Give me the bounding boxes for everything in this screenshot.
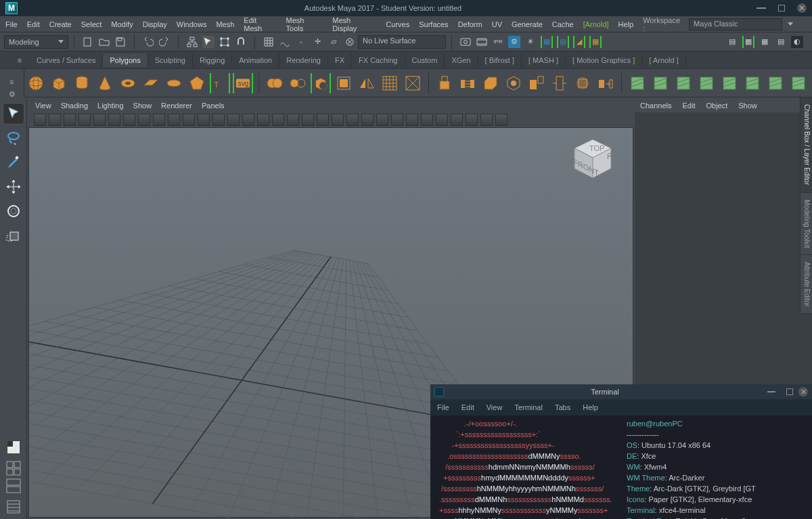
panel-lights-icon[interactable] [302, 114, 314, 126]
workspace-caret-icon[interactable] [788, 22, 793, 26]
panel-isolate-icon[interactable] [436, 114, 448, 126]
shelf-tab-sculpting[interactable]: Sculpting [148, 53, 193, 67]
menu-cache[interactable]: Cache [552, 20, 574, 28]
panel-menu-renderer[interactable]: Renderer [161, 101, 192, 110]
menu-edit[interactable]: Edit [27, 20, 40, 28]
panel-grid-icon[interactable] [153, 114, 165, 126]
terminal-titlebar[interactable]: Terminal ✕ [430, 384, 812, 399]
poly-platonic[interactable] [187, 73, 207, 93]
outliner-toggle-icon[interactable] [3, 496, 24, 518]
live-surface-field[interactable]: No Live Surface [358, 35, 446, 49]
panel-select-camera-icon[interactable] [34, 114, 46, 126]
outliner-icon[interactable]: ▤ [726, 36, 738, 48]
panel-film-gate-icon[interactable] [168, 114, 180, 126]
panel-res-gate-icon[interactable] [183, 114, 195, 126]
panel-dof-icon[interactable] [376, 114, 388, 126]
poly-cube[interactable] [49, 73, 69, 93]
collapse[interactable] [549, 73, 570, 93]
panel-xray-icon[interactable] [391, 114, 403, 126]
select-tool[interactable] [3, 103, 24, 125]
shelf-tab-fx-caching[interactable]: FX Caching [352, 53, 405, 67]
term-menu-view[interactable]: View [487, 403, 503, 411]
snap-grid-icon[interactable] [263, 36, 275, 48]
poly-type[interactable]: T [210, 73, 230, 93]
boolean[interactable] [311, 73, 331, 93]
panel-shadows-icon[interactable] [317, 114, 329, 126]
term-menu-help[interactable]: Help [583, 403, 598, 411]
smooth-proxy[interactable] [572, 73, 593, 93]
bevel[interactable] [480, 73, 501, 93]
new-scene-icon[interactable] [82, 36, 94, 48]
chan-object[interactable]: Object [706, 101, 727, 110]
poly-cone[interactable] [95, 73, 115, 93]
shelf-tab-fx[interactable]: FX [328, 53, 352, 67]
panel-anti-alias-icon[interactable] [361, 114, 374, 126]
insert-edgeloop[interactable] [696, 73, 717, 93]
multicut[interactable] [627, 73, 648, 93]
snap-icon[interactable] [235, 36, 247, 48]
panel-safe-title-icon[interactable] [242, 114, 254, 126]
term-menu-terminal[interactable]: Terminal [514, 403, 543, 411]
redo-icon[interactable] [158, 36, 171, 48]
render-frame-icon[interactable] [476, 36, 488, 48]
poly-svg[interactable]: svg [233, 73, 253, 93]
shelf-tab-motion-graphics[interactable]: Motion Graphics [566, 53, 642, 67]
undo-icon[interactable] [142, 36, 154, 48]
menu-surfaces[interactable]: Surfaces [419, 20, 448, 28]
menu-curves[interactable]: Curves [386, 20, 409, 28]
panel-view-transform-icon[interactable] [495, 114, 508, 126]
connect[interactable] [673, 73, 694, 93]
menu-select[interactable]: Select [81, 20, 102, 28]
hypershade-icon[interactable]: ▦ [541, 36, 553, 48]
bridge[interactable] [457, 73, 478, 93]
append[interactable] [526, 73, 547, 93]
panel-safe-action-icon[interactable] [227, 114, 240, 126]
snap-curve-icon[interactable] [279, 36, 291, 48]
chan-channels[interactable]: Channels [640, 101, 671, 110]
tab-attribute-editor[interactable]: Attribute Editor [800, 255, 812, 314]
save-scene-icon[interactable] [114, 36, 127, 48]
panel-exposure-icon[interactable] [466, 114, 478, 126]
layout-single-icon[interactable] [3, 436, 24, 458]
shelf-handle-icon[interactable]: ≡ [9, 56, 30, 64]
panel-grease-pencil-icon[interactable] [108, 114, 120, 126]
poly-sphere[interactable] [26, 73, 46, 93]
titlebar[interactable]: M Autodesk Maya 2017 - Student Version: … [0, 0, 812, 16]
menu-create[interactable]: Create [49, 20, 72, 28]
menu-generate[interactable]: Generate [512, 20, 543, 28]
menu-mesh-display[interactable]: Mesh Display [332, 16, 376, 32]
combine[interactable] [265, 73, 285, 93]
panel-xray-active-icon[interactable] [421, 114, 433, 126]
panel-menu-panels[interactable]: Panels [202, 101, 225, 110]
panel-2d-pan-icon[interactable] [93, 114, 106, 126]
snap-projected-icon[interactable]: ✛ [311, 36, 323, 48]
move-tool[interactable] [3, 176, 24, 198]
panel-motion-blur-icon[interactable] [346, 114, 359, 126]
maximize-icon[interactable] [778, 5, 785, 12]
shelf-tab-mash[interactable]: MASH [522, 53, 566, 67]
panel-gate-mask-icon[interactable] [198, 114, 210, 126]
panel-viewport-color-icon[interactable] [451, 114, 463, 126]
shelf-tab-rigging[interactable]: Rigging [193, 53, 232, 67]
panel-field-chart-icon[interactable] [212, 114, 225, 126]
paint-select-tool[interactable] [3, 152, 24, 173]
shelf-tab-curves-surfaces[interactable]: Curves / Surfaces [30, 53, 103, 67]
shelf-tab-arnold[interactable]: Arnold [642, 53, 685, 67]
workspace-dropdown[interactable]: Maya Classic [689, 18, 782, 30]
render-globals-icon[interactable]: ▦ [589, 36, 602, 48]
menu-edit-mesh[interactable]: Edit Mesh [244, 16, 276, 32]
menu-uv[interactable]: UV [492, 20, 502, 28]
sculpt[interactable] [765, 73, 786, 93]
panel-menu-lighting[interactable]: Lighting [97, 101, 124, 110]
open-scene-icon[interactable] [98, 36, 110, 48]
close-icon[interactable]: ✕ [797, 3, 807, 13]
menu-deform[interactable]: Deform [458, 20, 482, 28]
chan-edit[interactable]: Edit [682, 101, 695, 110]
panel-grease-size-icon[interactable] [138, 114, 150, 126]
term-menu-file[interactable]: File [437, 403, 449, 411]
script-editor-icon[interactable]: ▤ [775, 36, 787, 48]
snap-point-icon[interactable]: ◦ [295, 36, 307, 48]
tab-modeling-toolkit[interactable]: Modeling Toolkit [800, 193, 812, 256]
panel-smooth-shade-icon[interactable] [272, 114, 284, 126]
shelf-tab-animation[interactable]: Animation [232, 53, 279, 67]
